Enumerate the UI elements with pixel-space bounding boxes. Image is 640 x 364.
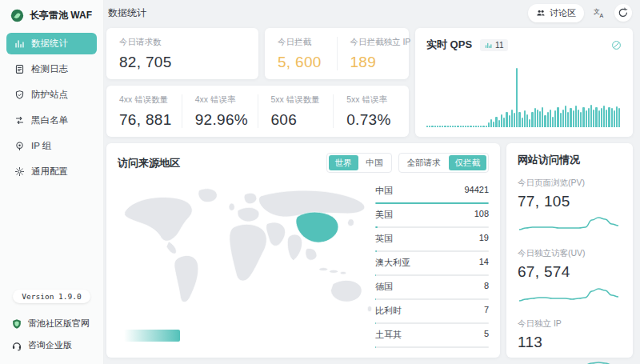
stat-label: 4xx 错误率	[195, 94, 245, 106]
qps-bar	[614, 110, 615, 127]
topbar: 数据统计 讨论区 文A	[104, 0, 640, 26]
country-value: 108	[474, 209, 489, 221]
sidebar-item-config[interactable]: 通用配置	[6, 161, 97, 182]
map-china-highlight[interactable]	[296, 212, 338, 242]
country-bar-fill	[375, 322, 376, 324]
qps-bar	[611, 108, 613, 127]
stat-label: 今日拦截独立 IP	[350, 37, 397, 48]
qps-bar	[539, 111, 541, 127]
stat-label: 5xx 错误数量	[271, 94, 321, 106]
sidebar-item-logs[interactable]: 检测日志	[6, 58, 97, 80]
country-row: 德国8	[375, 281, 489, 300]
sidebar-link-community-site[interactable]: 雷池社区版官网	[0, 313, 103, 334]
community-button[interactable]: 讨论区	[528, 4, 584, 22]
country-row-top: 美国108	[375, 209, 489, 221]
sidebar-item-label: IP 组	[31, 140, 51, 152]
country-bar-track	[375, 250, 489, 252]
qps-bar	[529, 119, 530, 127]
community-button-label: 讨论区	[550, 7, 576, 19]
map-uk	[229, 203, 234, 210]
country-name: 英国	[375, 233, 393, 245]
qps-bar	[582, 107, 584, 127]
world-map	[114, 177, 378, 337]
qps-bar	[608, 107, 610, 127]
stat-value: 606	[271, 111, 321, 129]
sidebar-item-sites[interactable]: 防护站点	[6, 84, 97, 106]
qps-bar	[534, 108, 536, 127]
logout-icon[interactable]	[614, 4, 632, 22]
qps-bar	[601, 108, 602, 127]
sidebar-item-lists[interactable]: 黑白名单	[6, 110, 97, 131]
stat-value: 92.96%	[195, 111, 245, 129]
toggle-all-requests[interactable]: 全部请求	[401, 155, 447, 170]
qps-bar	[475, 126, 477, 127]
sidebar-menu: 数据统计检测日志防护站点黑白名单IP 组通用配置	[0, 33, 103, 182]
country-bar-track	[375, 298, 489, 300]
qps-bar	[486, 126, 487, 127]
map-indonesia	[340, 271, 346, 274]
stat-value: 76, 881	[119, 111, 169, 129]
gear-icon	[14, 166, 25, 177]
card-site-visits: 网站访问情况 今日页面浏览(PV)77, 105今日独立访客(UV)67, 57…	[506, 143, 633, 358]
country-row: 美国108	[375, 209, 489, 228]
qps-bar	[526, 114, 528, 127]
map-australia	[330, 280, 362, 302]
country-value: 14	[479, 257, 489, 269]
sparkline-chart	[518, 212, 622, 238]
stat-value: 189	[350, 54, 397, 71]
sidebar-link-enterprise[interactable]: 咨询企业版	[0, 334, 103, 356]
map-new-zealand	[367, 306, 372, 311]
site-visits-title: 网站访问情况	[518, 153, 622, 167]
country-row: 比利时7	[375, 305, 489, 324]
map-europe	[238, 207, 259, 222]
card-requests-today: 今日请求数 82, 705	[106, 28, 258, 79]
sidebar-item-label: 数据统计	[31, 38, 68, 50]
country-row-top: 土耳其5	[375, 329, 489, 341]
qps-bar	[490, 119, 492, 127]
qps-bar	[514, 113, 515, 127]
map-southeast-asia	[306, 248, 317, 260]
qps-bar	[562, 110, 564, 127]
metric-value: 77, 105	[518, 193, 622, 210]
site-metric-uv: 今日独立访客(UV)67, 574	[518, 248, 622, 308]
version-badge: Version 1.9.0	[13, 290, 90, 303]
headset-icon	[11, 340, 22, 351]
qps-bar	[498, 120, 500, 127]
qps-bar	[511, 110, 513, 127]
country-name: 土耳其	[375, 329, 402, 341]
qps-bar	[586, 110, 587, 127]
qps-bar	[550, 110, 551, 127]
metric-value: 67, 574	[518, 263, 622, 281]
qps-bar	[598, 110, 600, 127]
qps-bar	[488, 122, 490, 127]
country-row: 中国94421	[375, 185, 489, 204]
qps-bar	[454, 126, 456, 127]
metric-label: 今日页面浏览(PV)	[518, 178, 622, 189]
stat-5xx-rate: 5xx 错误率 0.73%	[333, 94, 409, 128]
toggle-china[interactable]: 中国	[360, 155, 390, 170]
toggle-world[interactable]: 世界	[329, 155, 358, 170]
people-icon	[536, 8, 546, 18]
toggle-blocked-only[interactable]: 仅拦截	[449, 155, 487, 170]
language-switch-icon[interactable]: 文A	[590, 4, 608, 22]
qps-bar	[460, 126, 462, 127]
qps-bar	[554, 110, 556, 127]
metric-label: 今日独立访客(UV)	[518, 248, 622, 259]
country-bar-fill	[375, 250, 377, 252]
stat-4xx-rate: 4xx 错误率 92.96%	[182, 94, 258, 128]
card-visit-origin: 访问来源地区 世界中国 全部请求仅拦截	[106, 143, 500, 358]
qps-bar	[537, 110, 538, 127]
sidebar-item-ip-group[interactable]: IP 组	[6, 135, 97, 157]
country-value: 19	[479, 233, 489, 245]
qps-bar	[444, 126, 446, 127]
refresh-icon[interactable]	[611, 40, 622, 50]
qps-bar	[542, 107, 543, 127]
stat-label: 今日请求数	[119, 37, 246, 48]
sidebar-item-stats[interactable]: 数据统计	[6, 33, 97, 54]
qps-bar	[552, 117, 554, 127]
stat-blocked: 今日拦截 5, 600	[265, 37, 337, 70]
app-logo-icon	[10, 9, 24, 22]
bar-chart-icon	[14, 38, 25, 49]
qps-title: 实时 QPS	[426, 38, 472, 52]
country-name: 德国	[375, 281, 393, 293]
